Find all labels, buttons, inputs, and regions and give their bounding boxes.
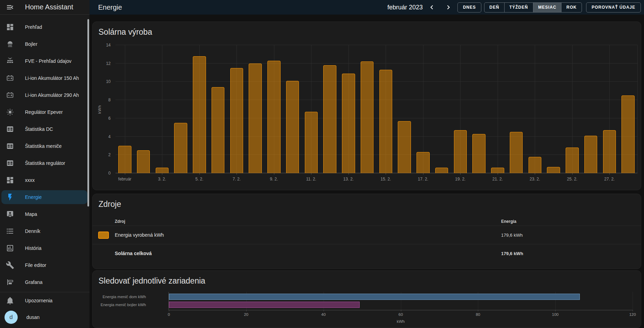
sidebar-item-upozornenia[interactable]: Upozornenia [1, 294, 87, 308]
x-tickmark [423, 173, 423, 175]
solar-card-title: Solárna výroba [93, 22, 641, 37]
solar-bar [286, 81, 299, 173]
sidebar-item-mapa[interactable]: Mapa [1, 207, 87, 221]
sidebar-item-hist-ria[interactable]: História [1, 241, 87, 255]
shower-icon [6, 40, 14, 48]
solar-bar [305, 112, 318, 173]
range-tab-mesiac[interactable]: MESIAC [533, 3, 561, 12]
solar-bar [435, 168, 448, 173]
wrench-icon [6, 261, 14, 269]
chevron-right-icon[interactable] [444, 3, 453, 11]
compare-data-button[interactable]: POROVNAŤ ÚDAJE [586, 2, 641, 12]
sidebar-item-label: Li-ion Akumulátor 290 Ah [25, 92, 79, 98]
x-tick-label: 80 [476, 312, 480, 317]
sidebar-item-label: Denník [25, 228, 40, 234]
app-title: Home Assistant [25, 3, 73, 11]
column-energy: Energia [501, 219, 635, 224]
today-button[interactable]: DNES [457, 2, 481, 12]
sidebar-item-regul-tor-epever[interactable]: Regulátor Epever [1, 105, 87, 119]
sidebar-nav: PrehľadBojlerFVE - Prehľad údajovLi-ion … [0, 15, 89, 289]
solar-bar [267, 61, 281, 173]
x-tickmark [386, 173, 386, 175]
sidebar-item-file-editor[interactable]: File editor [1, 258, 87, 272]
sidebar-item-label: xxxx [25, 177, 35, 183]
sources-table-header: Zdroj Energia [93, 217, 641, 226]
solar-bar [417, 152, 430, 173]
sidebar-item-label: Grafana [25, 279, 43, 285]
sources-card: Zdroje Zdroj Energia Energia vyrobená kW… [92, 194, 641, 269]
device-bar-energia-meni-bojler-kwh [169, 302, 360, 308]
v-gridline [498, 45, 498, 173]
sidebar-header: Home Assistant [0, 0, 89, 15]
chevron-left-icon[interactable] [428, 3, 436, 11]
y-tick-label: 10 [106, 79, 111, 84]
x-tick-label: 13. 2. [343, 177, 354, 182]
x-tick-label: 15. 2. [380, 177, 391, 182]
menu-open-icon[interactable] [6, 3, 14, 11]
solar-bar [566, 148, 579, 173]
sidebar-item-preh-ad[interactable]: Prehľad [1, 20, 87, 34]
sidebar-item-bojler[interactable]: Bojler [1, 37, 87, 51]
v-gridline [535, 45, 535, 173]
sidebar-item-li-ion-akumul-tor-150-ah[interactable]: Li-ion Akumulátor 150 Ah [1, 71, 87, 85]
device-bar-energia-meni-dom-kwh [169, 294, 580, 300]
range-tab-rok[interactable]: ROK [561, 3, 582, 12]
x-tickmark [199, 173, 200, 175]
content: Solárna výroba kWh 02468101214február3. … [89, 15, 644, 328]
x-tick-label: 27. 2. [604, 177, 615, 182]
sidebar-item-energie[interactable]: Energie [1, 190, 87, 204]
solar-bar [342, 74, 355, 173]
y-tick-label: 2 [108, 152, 111, 157]
y-tick-label: 4 [108, 134, 111, 139]
solar-bar [621, 95, 635, 173]
sidebar-item-tatistika-regul-tor[interactable]: Štatistika regulátor [1, 156, 87, 170]
sidebar-item-tatistika-dc[interactable]: Štatistika DC [1, 122, 87, 136]
solar-bar [491, 168, 504, 173]
sidebar-item-label: Li-ion Akumulátor 150 Ah [25, 75, 79, 81]
sidebar-item-fve-preh-ad-dajov[interactable]: FVE - Prehľad údajov [1, 54, 87, 68]
table-icon [6, 125, 14, 133]
sidebar-item-grafana[interactable]: Grafana [1, 275, 87, 289]
x-tick-label: 9. 2. [270, 177, 278, 182]
x-tick-label: 11. 2. [306, 177, 316, 182]
sidebar-item-label: História [25, 245, 41, 251]
solar-bar [361, 61, 374, 173]
sidebar-item-li-ion-akumul-tor-290-ah[interactable]: Li-ion Akumulátor 290 Ah [1, 88, 87, 102]
y-tick-label: 14 [106, 43, 111, 48]
total-label: Solárna celková [115, 251, 501, 256]
dashboard-icon [6, 176, 14, 184]
x-tickmark [274, 173, 274, 175]
x-tickmark [237, 173, 237, 175]
sources-card-title: Zdroje [93, 194, 641, 209]
sidebar-scrollbar[interactable] [87, 19, 89, 207]
range-tab-t-de[interactable]: TÝŽDEŇ [504, 3, 533, 12]
x-tick-label: 3. 2. [158, 177, 166, 182]
solar-bar [472, 134, 486, 173]
solar-bar [398, 121, 411, 173]
x-tickmark [125, 173, 125, 175]
sidebar-item-tatistika-meni-e[interactable]: Štatistika meniče [1, 139, 87, 153]
table-icon [6, 142, 14, 150]
sidebar-item-label: Upozornenia [25, 298, 52, 303]
x-tickmark [311, 173, 311, 175]
sources-total-row: Solárna celková 179,6 kWh [93, 244, 641, 262]
x-tickmark [555, 310, 556, 311]
sidebar-item-xxxx[interactable]: xxxx [1, 173, 87, 187]
solar-panel-icon [6, 57, 14, 65]
lightning-icon [6, 193, 14, 201]
v-gridline [633, 292, 633, 310]
sidebar-item-label: Štatistika meniče [25, 143, 62, 149]
list-icon [6, 227, 14, 235]
page-title: Energie [98, 3, 387, 11]
x-tickmark [633, 310, 633, 311]
solar-production-card: Solárna výroba kWh 02468101214február3. … [92, 22, 641, 190]
solar-bar [249, 64, 262, 173]
device-label: Energia menič bojler kWh [93, 301, 146, 308]
sidebar-item-dusan[interactable]: ddusan [1, 310, 87, 324]
x-tick-label: február [118, 177, 131, 182]
solar-bar [156, 168, 169, 173]
range-tab-de[interactable]: DEŇ [484, 3, 504, 12]
sidebar-item-denn-k[interactable]: Denník [1, 224, 87, 238]
x-tickmark [498, 173, 498, 175]
y-tick-label: 12 [106, 61, 111, 66]
